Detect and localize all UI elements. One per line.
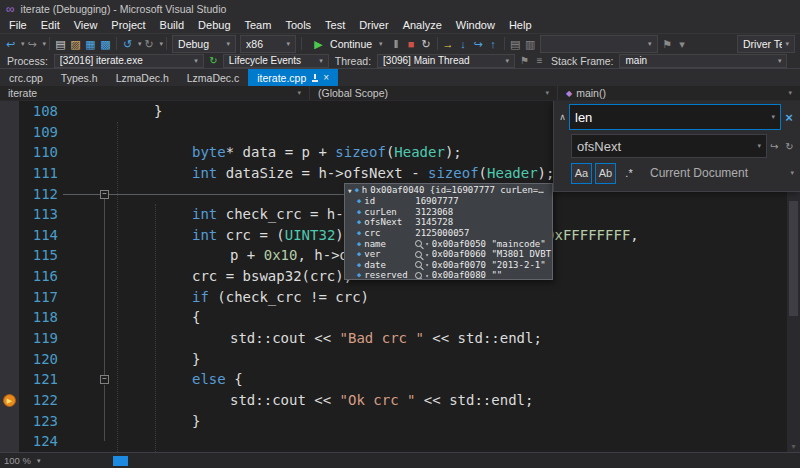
- tab-crc-cpp[interactable]: crc.cpp: [0, 69, 52, 86]
- magnifier-icon[interactable]: [415, 261, 422, 268]
- current-statement-breakpoint-icon[interactable]: ▶: [3, 394, 16, 407]
- menu-edit[interactable]: Edit: [34, 18, 67, 33]
- menu-test[interactable]: Test: [318, 18, 352, 33]
- code-line[interactable]: 121else {: [0, 369, 800, 390]
- solution-platforms-combo[interactable]: x86▾: [240, 35, 296, 53]
- close-tab-icon[interactable]: ×: [323, 73, 329, 83]
- code-text[interactable]: std::cout << "Ok crc " << std::endl;: [58, 390, 533, 411]
- datatip-member-row[interactable]: ◆id16907777: [345, 196, 552, 207]
- replace-all-icon[interactable]: ↻: [782, 141, 797, 152]
- code-text[interactable]: }: [58, 411, 200, 432]
- break-all-icon[interactable]: ‖: [389, 35, 404, 53]
- flag-current-thread-icon[interactable]: ⚑: [517, 54, 532, 68]
- menu-analyze[interactable]: Analyze: [396, 18, 449, 33]
- navigate-forward-icon[interactable]: ↪: [25, 35, 40, 53]
- visualizer-caret-icon[interactable]: ▾: [425, 240, 429, 247]
- save-icon[interactable]: ▦: [83, 35, 98, 53]
- vscroll-thumb[interactable]: [789, 201, 798, 316]
- code-line[interactable]: 117if (check_crc != crc): [0, 287, 800, 308]
- collapse-replace-chevron-icon[interactable]: ∧: [556, 104, 569, 130]
- code-text[interactable]: int check_crc = h->crc;: [58, 204, 386, 225]
- code-line[interactable]: 118{: [0, 307, 800, 328]
- code-text[interactable]: [58, 122, 116, 143]
- undo-icon[interactable]: ↺: [120, 35, 135, 53]
- scroll-down-icon[interactable]: ▾: [787, 442, 800, 451]
- find-history-caret-icon[interactable]: ▾: [771, 113, 775, 121]
- match-case-toggle[interactable]: Aa: [571, 163, 592, 184]
- hscroll-thumb[interactable]: [113, 456, 128, 466]
- document-outline-icon[interactable]: ▤: [508, 35, 523, 53]
- menu-window[interactable]: Window: [449, 18, 502, 33]
- find-input[interactable]: len ▾: [569, 104, 781, 130]
- navigate-back-icon[interactable]: ↩: [3, 35, 18, 53]
- stop-debugging-icon[interactable]: ■: [404, 35, 419, 53]
- menu-project[interactable]: Project: [104, 18, 152, 33]
- visualizer-caret-icon[interactable]: ▾: [425, 251, 429, 258]
- magnifier-icon[interactable]: [415, 272, 422, 279]
- tab-types-h[interactable]: Types.h: [52, 69, 107, 86]
- search-scope-dropdown[interactable]: Current Document ▾: [650, 166, 797, 180]
- menu-help[interactable]: Help: [502, 18, 539, 33]
- visualizer-caret-icon[interactable]: ▾: [425, 261, 429, 268]
- datatip-member-row[interactable]: ◆ofsNext3145728: [345, 217, 552, 228]
- member-dropdown[interactable]: ◆ main() ▾: [558, 86, 800, 100]
- fold-collapse-button[interactable]: −: [100, 375, 109, 384]
- pin-icon[interactable]: [311, 74, 318, 82]
- flag-icon[interactable]: ⚑: [660, 35, 675, 53]
- menu-team[interactable]: Team: [238, 18, 279, 33]
- menu-driver[interactable]: Driver: [352, 18, 395, 33]
- magnifier-icon[interactable]: [415, 251, 422, 258]
- restart-icon[interactable]: ↻: [419, 35, 434, 53]
- datatip-member-row[interactable]: ◆date▾0x00af0070 "2013-2-1": [345, 260, 552, 271]
- code-line[interactable]: 123}: [0, 411, 800, 432]
- datatip-header-row[interactable]: ▼ ◆ h 0x00af0040 {id=16907777 curLen=312…: [345, 184, 552, 196]
- new-file-icon[interactable]: ▤: [53, 35, 68, 53]
- tab-iterate-cpp[interactable]: iterate.cpp×: [248, 69, 338, 86]
- fold-collapse-button[interactable]: −: [100, 190, 109, 199]
- solution-configurations-combo[interactable]: Debug▾: [172, 35, 236, 53]
- lifecycle-events-combo[interactable]: Lifecycle Events▾: [223, 54, 329, 68]
- replace-input[interactable]: ofsNext ▾: [571, 134, 767, 158]
- replace-next-icon[interactable]: ↪: [767, 141, 782, 152]
- scope-dropdown[interactable]: (Global Scope) ▾: [310, 86, 558, 100]
- code-text[interactable]: else {: [58, 369, 243, 390]
- step-over-icon[interactable]: ↪: [471, 35, 486, 53]
- open-file-icon[interactable]: ▨: [68, 35, 83, 53]
- tab-lzmadec-h[interactable]: LzmaDec.h: [107, 69, 178, 86]
- code-text[interactable]: std::cout << "Bad crc " << std::endl;: [58, 328, 542, 349]
- menu-file[interactable]: File: [2, 18, 34, 33]
- thread-combo[interactable]: [3096] Main Thread▾: [377, 54, 515, 68]
- datatip-member-row[interactable]: ◆crc2125000057: [345, 228, 552, 239]
- datatip-member-row[interactable]: ◆name▾0x00af0050 "maincode": [345, 238, 552, 249]
- datatip-expander-icon[interactable]: ▼: [348, 187, 352, 194]
- zoom-control[interactable]: 100 % ▾: [0, 455, 40, 466]
- redo-icon[interactable]: ↻: [142, 35, 157, 53]
- menu-build[interactable]: Build: [153, 18, 191, 33]
- step-into-icon[interactable]: ↓: [456, 35, 471, 53]
- code-line[interactable]: 124: [0, 431, 800, 452]
- code-line[interactable]: 119std::cout << "Bad crc " << std::endl;: [0, 328, 800, 349]
- code-line[interactable]: 122std::cout << "Ok crc " << std::endl;: [0, 390, 800, 411]
- code-text[interactable]: crc = bswap32(crc);: [58, 266, 352, 287]
- continue-button[interactable]: ▶Continue▾: [305, 35, 389, 53]
- process-combo[interactable]: [32016] iterate.exe▾: [54, 54, 204, 68]
- lifecycle-events-icon[interactable]: ↻: [206, 54, 221, 68]
- datatip-member-row[interactable]: ◆reserved▾0x00af0080 "": [345, 270, 552, 280]
- save-all-icon[interactable]: ▩: [98, 35, 113, 53]
- code-text[interactable]: {: [58, 307, 200, 328]
- datatip-member-row[interactable]: ◆curLen3123068: [345, 207, 552, 218]
- replace-history-caret-icon[interactable]: ▾: [757, 142, 761, 150]
- menu-view[interactable]: View: [67, 18, 105, 33]
- find-combo[interactable]: ▾: [540, 35, 658, 53]
- code-text[interactable]: [58, 431, 116, 452]
- visualizer-caret-icon[interactable]: ▾: [425, 272, 429, 279]
- magnifier-icon[interactable]: [415, 240, 422, 247]
- code-text[interactable]: }: [58, 101, 162, 122]
- code-editor[interactable]: 108}109110byte* data = p + sizeof(Header…: [0, 101, 800, 452]
- whole-word-toggle[interactable]: Ab: [595, 163, 616, 184]
- code-text[interactable]: byte* data = p + sizeof(Header);: [58, 142, 462, 163]
- stack-frame-combo[interactable]: main▾: [619, 54, 787, 68]
- menu-tools[interactable]: Tools: [278, 18, 318, 33]
- code-line[interactable]: 120}: [0, 349, 800, 370]
- threads-list-icon[interactable]: ≡: [532, 54, 547, 68]
